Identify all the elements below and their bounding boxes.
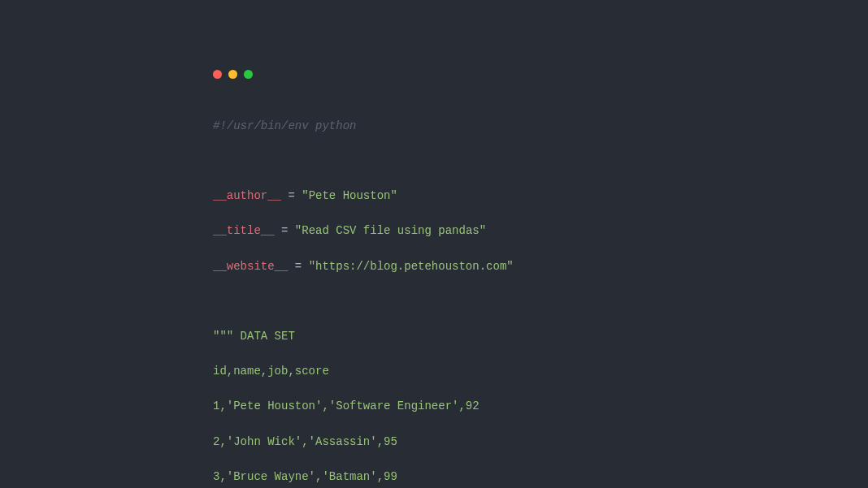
website-key: __website__ [213, 260, 288, 273]
code-block: #!/usr/bin/env python __author__ = "Pete… [213, 100, 868, 488]
csv-row-2: 2,'John Wick','Assassin',95 [213, 435, 397, 448]
website-value: "https://blog.petehouston.com" [309, 260, 514, 273]
eq-operator: = [281, 189, 302, 202]
author-key: __author__ [213, 189, 281, 202]
eq-operator: = [288, 260, 308, 273]
close-icon[interactable] [213, 70, 222, 79]
title-value: "Read CSV file using pandas" [295, 224, 486, 237]
code-window: #!/usr/bin/env python __author__ = "Pete… [0, 0, 868, 488]
minimize-icon[interactable] [228, 70, 237, 79]
window-controls [213, 70, 868, 79]
title-key: __title__ [213, 224, 275, 237]
eq-operator: = [275, 224, 295, 237]
author-value: "Pete Houston" [302, 189, 397, 202]
shebang-line: #!/usr/bin/env python [213, 119, 356, 132]
zoom-icon[interactable] [244, 70, 253, 79]
csv-header: id,name,job,score [213, 365, 329, 378]
csv-row-3: 3,'Bruce Wayne','Batman',99 [213, 470, 397, 483]
csv-row-1: 1,'Pete Houston','Software Engineer',92 [213, 399, 480, 412]
docstring-open: """ DATA SET [213, 330, 295, 343]
